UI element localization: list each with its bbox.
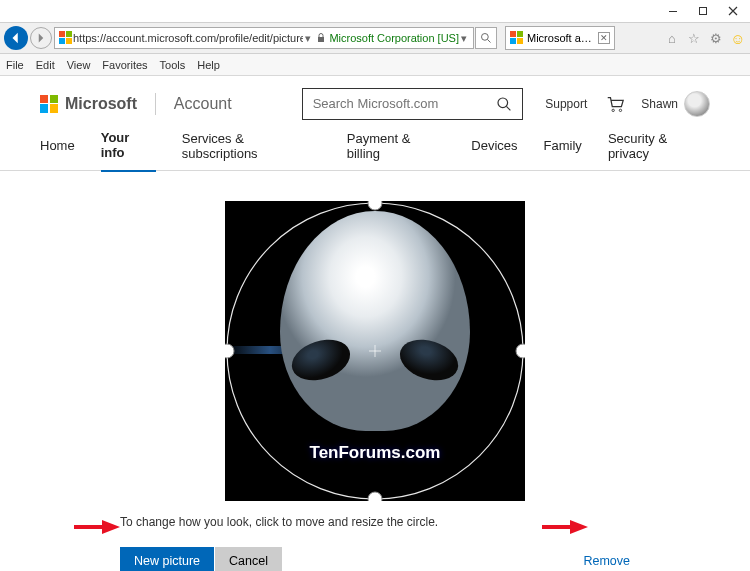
header-divider: [155, 93, 156, 115]
nav-family[interactable]: Family: [544, 138, 582, 163]
tab-title: Microsoft account | Yo...: [527, 32, 595, 44]
cart-icon[interactable]: [605, 94, 625, 114]
address-bar[interactable]: ▾ Microsoft Corporation [US] ▾: [54, 27, 474, 49]
site-search-input[interactable]: [313, 96, 497, 111]
cancel-button[interactable]: Cancel: [215, 547, 282, 571]
svg-rect-9: [517, 31, 523, 37]
tools-icon[interactable]: ⚙: [708, 30, 724, 46]
crop-handle-bottom[interactable]: [368, 492, 382, 501]
svg-rect-8: [510, 31, 516, 37]
menu-tools[interactable]: Tools: [160, 59, 186, 71]
section-title[interactable]: Account: [174, 95, 232, 113]
browser-toolbar: ▾ Microsoft Corporation [US] ▾ Microsoft…: [0, 22, 750, 54]
crop-handle-left[interactable]: [225, 344, 234, 358]
user-name: Shawn: [641, 97, 678, 111]
favorites-icon[interactable]: ☆: [686, 30, 702, 46]
svg-rect-21: [542, 525, 570, 529]
svg-point-14: [620, 109, 622, 111]
browser-menubar: File Edit View Favorites Tools Help: [0, 54, 750, 76]
crop-handle-right[interactable]: [516, 344, 525, 358]
url-dropdown[interactable]: ▾: [303, 32, 313, 45]
svg-rect-10: [510, 38, 516, 44]
site-search[interactable]: [302, 88, 524, 120]
nav-payment[interactable]: Payment & billing: [347, 131, 446, 171]
url-input[interactable]: [73, 32, 303, 44]
svg-rect-5: [66, 38, 72, 44]
new-picture-button[interactable]: New picture: [120, 547, 214, 571]
editor-actions: New picture Cancel Remove: [120, 547, 630, 571]
editor-hint: To change how you look, click to move an…: [120, 515, 438, 529]
nav-your-info[interactable]: Your info: [101, 130, 156, 172]
svg-rect-19: [74, 525, 102, 529]
forward-button[interactable]: [30, 27, 52, 49]
lock-icon: [316, 33, 326, 43]
svg-marker-22: [570, 520, 588, 534]
cert-label: Microsoft Corporation [US]: [329, 32, 459, 44]
menu-file[interactable]: File: [6, 59, 24, 71]
svg-rect-0: [669, 11, 677, 12]
microsoft-logo-icon: [40, 95, 58, 113]
svg-rect-3: [66, 31, 72, 37]
remove-link[interactable]: Remove: [583, 554, 630, 568]
nav-services[interactable]: Services & subscriptions: [182, 131, 321, 171]
svg-rect-11: [517, 38, 523, 44]
menu-edit[interactable]: Edit: [36, 59, 55, 71]
nav-devices[interactable]: Devices: [471, 138, 517, 163]
tab-favicon: [510, 31, 524, 45]
window-titlebar: [0, 0, 750, 22]
microsoft-wordmark: Microsoft: [65, 95, 137, 113]
menu-help[interactable]: Help: [197, 59, 220, 71]
home-icon[interactable]: ⌂: [664, 30, 680, 46]
menu-favorites[interactable]: Favorites: [102, 59, 147, 71]
annotation-arrow-left: [74, 520, 120, 534]
browser-search-button[interactable]: [475, 27, 497, 49]
annotation-arrow-right: [542, 520, 588, 534]
svg-point-13: [612, 109, 614, 111]
nav-home[interactable]: Home: [40, 138, 75, 163]
svg-rect-2: [59, 31, 65, 37]
svg-point-7: [482, 34, 489, 41]
cert-dropdown[interactable]: ▾: [459, 32, 469, 45]
svg-marker-20: [102, 520, 120, 534]
support-link[interactable]: Support: [545, 97, 587, 111]
site-header: Microsoft Account Support Shawn: [0, 76, 750, 131]
tab-close[interactable]: ✕: [598, 32, 610, 44]
search-icon[interactable]: [496, 96, 512, 112]
user-avatar: [684, 91, 710, 117]
site-favicon: [59, 31, 73, 45]
back-button[interactable]: [4, 26, 28, 50]
window-maximize[interactable]: [688, 1, 718, 21]
browser-tab[interactable]: Microsoft account | Yo... ✕: [505, 26, 615, 50]
svg-rect-4: [59, 38, 65, 44]
crop-handle-top[interactable]: [368, 201, 382, 210]
watermark: TenForums.com: [310, 443, 441, 463]
user-menu[interactable]: Shawn: [641, 91, 710, 117]
svg-rect-6: [318, 37, 324, 42]
crop-canvas[interactable]: TenForums.com: [225, 201, 525, 501]
account-nav: Home Your info Services & subscriptions …: [0, 131, 750, 171]
window-close[interactable]: [718, 1, 748, 21]
nav-security[interactable]: Security & privacy: [608, 131, 710, 171]
window-minimize[interactable]: [658, 1, 688, 21]
svg-rect-1: [700, 8, 707, 15]
menu-view[interactable]: View: [67, 59, 91, 71]
picture-editor: TenForums.com To change how you look, cl…: [0, 171, 750, 571]
svg-point-12: [498, 98, 508, 108]
microsoft-logo[interactable]: Microsoft: [40, 95, 137, 113]
feedback-icon[interactable]: ☺: [730, 30, 746, 46]
